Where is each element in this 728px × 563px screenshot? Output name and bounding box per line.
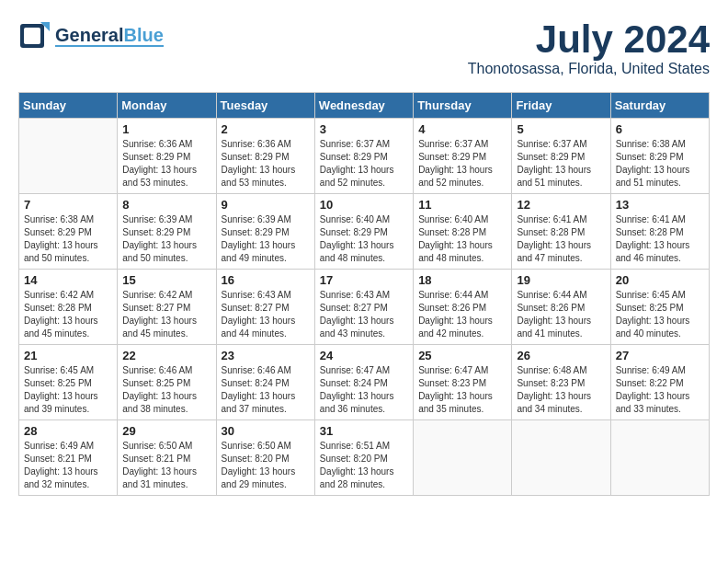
day-number: 16 xyxy=(222,273,310,287)
day-info: Sunrise: 6:40 AM Sunset: 8:28 PM Dayligh… xyxy=(418,213,506,265)
title-block: July 2024 Thonotosassa, Florida, United … xyxy=(468,18,710,77)
day-number: 26 xyxy=(517,349,605,362)
calendar-day-cell: 7Sunrise: 6:38 AM Sunset: 8:29 PM Daylig… xyxy=(19,194,118,270)
calendar-day-cell: 28Sunrise: 6:49 AM Sunset: 8:21 PM Dayli… xyxy=(19,420,118,496)
calendar-week-row: 14Sunrise: 6:42 AM Sunset: 8:28 PM Dayli… xyxy=(19,270,710,345)
calendar-day-cell: 26Sunrise: 6:48 AM Sunset: 8:23 PM Dayli… xyxy=(512,345,610,420)
calendar-day-cell: 16Sunrise: 6:43 AM Sunset: 8:27 PM Dayli… xyxy=(216,270,314,345)
day-number: 12 xyxy=(517,198,605,212)
day-number: 24 xyxy=(320,349,408,362)
calendar-day-cell: 5Sunrise: 6:37 AM Sunset: 8:29 PM Daylig… xyxy=(512,119,610,194)
day-info: Sunrise: 6:40 AM Sunset: 8:29 PM Dayligh… xyxy=(320,213,408,265)
calendar-day-cell: 15Sunrise: 6:42 AM Sunset: 8:27 PM Dayli… xyxy=(118,270,216,345)
calendar-day-cell: 10Sunrise: 6:40 AM Sunset: 8:29 PM Dayli… xyxy=(314,194,413,270)
day-info: Sunrise: 6:39 AM Sunset: 8:29 PM Dayligh… xyxy=(222,213,310,265)
calendar-day-cell: 14Sunrise: 6:42 AM Sunset: 8:28 PM Dayli… xyxy=(19,270,118,345)
day-number: 21 xyxy=(24,349,112,362)
day-info: Sunrise: 6:48 AM Sunset: 8:23 PM Dayligh… xyxy=(517,364,605,416)
logo-blue: Blue xyxy=(123,25,163,45)
day-number: 30 xyxy=(222,424,310,438)
day-number: 23 xyxy=(222,349,310,362)
day-number: 4 xyxy=(418,122,506,136)
day-info: Sunrise: 6:43 AM Sunset: 8:27 PM Dayligh… xyxy=(320,289,408,340)
day-info: Sunrise: 6:37 AM Sunset: 8:29 PM Dayligh… xyxy=(517,138,605,190)
day-info: Sunrise: 6:37 AM Sunset: 8:29 PM Dayligh… xyxy=(418,138,506,190)
day-info: Sunrise: 6:38 AM Sunset: 8:29 PM Dayligh… xyxy=(24,213,112,265)
day-number: 2 xyxy=(222,122,310,136)
calendar-day-cell: 29Sunrise: 6:50 AM Sunset: 8:21 PM Dayli… xyxy=(118,420,216,496)
day-number: 18 xyxy=(418,273,506,287)
calendar-day-cell: 3Sunrise: 6:37 AM Sunset: 8:29 PM Daylig… xyxy=(314,119,413,194)
page-header: GeneralBlue July 2024 Thonotosassa, Flor… xyxy=(18,18,710,77)
day-number: 11 xyxy=(418,198,506,212)
day-number: 17 xyxy=(320,273,408,287)
day-info: Sunrise: 6:37 AM Sunset: 8:29 PM Dayligh… xyxy=(320,138,408,190)
calendar-day-cell: 21Sunrise: 6:45 AM Sunset: 8:25 PM Dayli… xyxy=(19,345,118,420)
day-number: 14 xyxy=(24,273,112,287)
day-number: 5 xyxy=(517,122,605,136)
day-of-week-header: Sunday xyxy=(19,93,118,119)
day-number: 8 xyxy=(122,198,210,212)
calendar-day-cell: 12Sunrise: 6:41 AM Sunset: 8:28 PM Dayli… xyxy=(512,194,610,270)
calendar-day-cell: 18Sunrise: 6:44 AM Sunset: 8:26 PM Dayli… xyxy=(414,270,512,345)
day-info: Sunrise: 6:51 AM Sunset: 8:20 PM Dayligh… xyxy=(320,440,408,491)
day-number: 29 xyxy=(122,424,210,438)
day-number: 25 xyxy=(418,349,506,362)
day-info: Sunrise: 6:42 AM Sunset: 8:28 PM Dayligh… xyxy=(24,289,112,340)
day-number: 19 xyxy=(517,273,605,287)
day-info: Sunrise: 6:41 AM Sunset: 8:28 PM Dayligh… xyxy=(616,213,704,265)
day-info: Sunrise: 6:38 AM Sunset: 8:29 PM Dayligh… xyxy=(616,138,704,190)
day-of-week-header: Saturday xyxy=(610,93,709,119)
calendar-week-row: 28Sunrise: 6:49 AM Sunset: 8:21 PM Dayli… xyxy=(19,420,710,496)
day-number: 31 xyxy=(320,424,408,438)
calendar-day-cell: 4Sunrise: 6:37 AM Sunset: 8:29 PM Daylig… xyxy=(414,119,512,194)
day-info: Sunrise: 6:41 AM Sunset: 8:28 PM Dayligh… xyxy=(517,213,605,265)
day-number: 3 xyxy=(320,122,408,136)
day-info: Sunrise: 6:49 AM Sunset: 8:22 PM Dayligh… xyxy=(616,364,704,416)
calendar-day-cell: 17Sunrise: 6:43 AM Sunset: 8:27 PM Dayli… xyxy=(314,270,413,345)
day-info: Sunrise: 6:44 AM Sunset: 8:26 PM Dayligh… xyxy=(418,289,506,340)
day-info: Sunrise: 6:46 AM Sunset: 8:25 PM Dayligh… xyxy=(122,364,210,416)
calendar-day-cell: 8Sunrise: 6:39 AM Sunset: 8:29 PM Daylig… xyxy=(118,194,216,270)
calendar-day-cell: 30Sunrise: 6:50 AM Sunset: 8:20 PM Dayli… xyxy=(216,420,314,496)
calendar-day-cell xyxy=(19,119,118,194)
calendar-day-cell: 20Sunrise: 6:45 AM Sunset: 8:25 PM Dayli… xyxy=(610,270,709,345)
day-info: Sunrise: 6:45 AM Sunset: 8:25 PM Dayligh… xyxy=(616,289,704,340)
calendar-day-cell: 2Sunrise: 6:36 AM Sunset: 8:29 PM Daylig… xyxy=(216,119,314,194)
day-info: Sunrise: 6:47 AM Sunset: 8:24 PM Dayligh… xyxy=(320,364,408,416)
calendar-day-cell: 23Sunrise: 6:46 AM Sunset: 8:24 PM Dayli… xyxy=(216,345,314,420)
logo: GeneralBlue xyxy=(18,18,164,53)
day-info: Sunrise: 6:45 AM Sunset: 8:25 PM Dayligh… xyxy=(24,364,112,416)
day-info: Sunrise: 6:49 AM Sunset: 8:21 PM Dayligh… xyxy=(24,440,112,491)
logo-general: General xyxy=(55,25,123,45)
day-of-week-header: Thursday xyxy=(414,93,512,119)
day-of-week-header: Wednesday xyxy=(314,93,413,119)
day-info: Sunrise: 6:47 AM Sunset: 8:23 PM Dayligh… xyxy=(418,364,506,416)
calendar-day-cell xyxy=(610,420,709,496)
calendar-day-cell: 25Sunrise: 6:47 AM Sunset: 8:23 PM Dayli… xyxy=(414,345,512,420)
day-info: Sunrise: 6:50 AM Sunset: 8:20 PM Dayligh… xyxy=(222,440,310,491)
day-of-week-header: Monday xyxy=(118,93,216,119)
calendar-table: SundayMondayTuesdayWednesdayThursdayFrid… xyxy=(18,92,710,496)
calendar-day-cell: 11Sunrise: 6:40 AM Sunset: 8:28 PM Dayli… xyxy=(414,194,512,270)
location-subtitle: Thonotosassa, Florida, United States xyxy=(468,61,710,77)
calendar-day-cell xyxy=(414,420,512,496)
day-info: Sunrise: 6:36 AM Sunset: 8:29 PM Dayligh… xyxy=(222,138,310,190)
day-number: 7 xyxy=(24,198,112,212)
day-number: 13 xyxy=(616,198,704,212)
day-info: Sunrise: 6:43 AM Sunset: 8:27 PM Dayligh… xyxy=(222,289,310,340)
calendar-day-cell: 1Sunrise: 6:36 AM Sunset: 8:29 PM Daylig… xyxy=(118,119,216,194)
day-number: 9 xyxy=(222,198,310,212)
day-info: Sunrise: 6:36 AM Sunset: 8:29 PM Dayligh… xyxy=(122,138,210,190)
calendar-day-cell: 19Sunrise: 6:44 AM Sunset: 8:26 PM Dayli… xyxy=(512,270,610,345)
day-info: Sunrise: 6:39 AM Sunset: 8:29 PM Dayligh… xyxy=(122,213,210,265)
day-number: 20 xyxy=(616,273,704,287)
day-info: Sunrise: 6:46 AM Sunset: 8:24 PM Dayligh… xyxy=(222,364,310,416)
day-number: 15 xyxy=(122,273,210,287)
calendar-day-cell: 31Sunrise: 6:51 AM Sunset: 8:20 PM Dayli… xyxy=(314,420,413,496)
calendar-day-cell: 9Sunrise: 6:39 AM Sunset: 8:29 PM Daylig… xyxy=(216,194,314,270)
calendar-day-cell xyxy=(512,420,610,496)
calendar-header-row: SundayMondayTuesdayWednesdayThursdayFrid… xyxy=(19,93,710,119)
calendar-week-row: 1Sunrise: 6:36 AM Sunset: 8:29 PM Daylig… xyxy=(19,119,710,194)
month-year-title: July 2024 xyxy=(468,18,710,61)
